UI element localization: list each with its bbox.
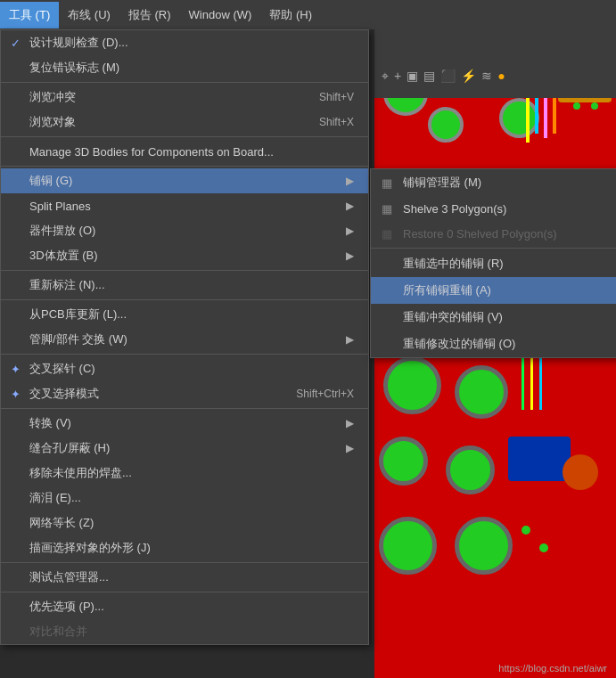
submenu-restore-polygon-label: Restore 0 Shelved Polygon(s) [403, 227, 557, 241]
separator-3 [1, 166, 368, 167]
toolbar-icon-1[interactable]: ⌖ [382, 69, 389, 84]
menu-item-draw-outline-label: 描画选择对象的外形 (J) [29, 540, 151, 556]
toolbar-icon-5[interactable]: ⬛ [440, 69, 456, 83]
toolbar-icon-3[interactable]: ▣ [407, 69, 418, 83]
copper-arrow-icon: ▶ [346, 175, 354, 187]
menu-item-convert[interactable]: 转换 (V) ▶ [1, 411, 368, 436]
menu-item-remark[interactable]: 重新标注 (N)... [1, 273, 368, 298]
menu-item-remark-label: 重新标注 (N)... [29, 277, 105, 293]
submenu-separator-1 [371, 248, 616, 249]
menu-item-teardrop-label: 滴泪 (E)... [29, 490, 81, 506]
submenu-item-restore-polygon: ▦ Restore 0 Shelved Polygon(s) [371, 221, 616, 246]
cross-select-icon: ✦ [6, 385, 24, 403]
menu-item-split-planes-label: Split Planes [29, 200, 91, 213]
menu-item-pin-swap[interactable]: 管脚/部件 交换 (W) ▶ [1, 327, 368, 352]
submenu-item-repour-modified[interactable]: 重铺修改过的铺铜 (O) [371, 331, 616, 357]
pin-swap-arrow-icon: ▶ [346, 333, 354, 346]
menu-item-browse-conflict-label: 浏览冲突 [29, 89, 76, 105]
url-label: https://blog.csdn.net/aiwr [498, 663, 607, 674]
submenu-item-repour-conflict[interactable]: 重铺冲突的铺铜 (V) [371, 304, 616, 331]
menu-item-slot-shield[interactable]: 缝合孔/屏蔽 (H) ▶ [1, 436, 368, 461]
menu-item-reset-error[interactable]: 复位错误标志 (M) [1, 55, 368, 80]
restore-polygon-icon: ▦ [376, 223, 398, 244]
submenu-copper-manager-label: 铺铜管理器 (M) [403, 175, 481, 191]
browse-conflict-shortcut: Shift+V [319, 91, 354, 103]
convert-arrow-icon: ▶ [346, 417, 354, 429]
submenu-repour-conflict-label: 重铺冲突的铺铜 (V) [403, 309, 503, 325]
separator-5 [1, 299, 368, 300]
menu-item-copper[interactable]: 铺铜 (G) ▶ ▦ 铺铜管理器 (M) ▦ Shelve 3 Polygon(… [1, 168, 368, 193]
toolbar-icon-2[interactable]: + [394, 69, 401, 83]
submenu-shelve-polygon-label: Shelve 3 Polygon(s) [403, 202, 506, 216]
menu-item-net-length[interactable]: 网络等长 (Z) [1, 511, 368, 535]
browse-object-shortcut: Shift+X [319, 116, 354, 128]
menu-report[interactable]: 报告 (R) [119, 2, 180, 29]
3d-body-arrow-icon: ▶ [346, 249, 354, 262]
menu-item-cross-probe[interactable]: ✦ 交叉探针 (C) [1, 356, 368, 381]
toolbar-icon-4[interactable]: ▤ [423, 69, 435, 83]
menu-item-component-place-label: 器件摆放 (O) [29, 223, 95, 239]
menu-item-pin-swap-label: 管脚/部件 交换 (W) [29, 331, 127, 347]
menu-item-3d-body-label: 3D体放置 (B) [29, 248, 98, 264]
toolbar-icon-8[interactable]: ● [497, 69, 505, 83]
menu-item-cross-probe-label: 交叉探针 (C) [29, 361, 95, 377]
separator-7 [1, 408, 368, 409]
submenu-repour-selected-label: 重铺选中的铺铜 (R) [403, 256, 504, 272]
submenu-item-copper-manager[interactable]: ▦ 铺铜管理器 (M) [371, 169, 616, 196]
menu-item-browse-conflict[interactable]: 浏览冲突 Shift+V [1, 85, 368, 110]
menu-item-update-pcb[interactable]: 从PCB库更新 (L)... [1, 302, 368, 327]
submenu-item-shelve-polygon[interactable]: ▦ Shelve 3 Polygon(s) [371, 196, 616, 221]
separator-4 [1, 270, 368, 271]
menu-help[interactable]: 帮助 (H) [260, 2, 321, 29]
menu-item-browse-object[interactable]: 浏览对象 Shift+X [1, 110, 368, 135]
menu-item-component-place[interactable]: 器件摆放 (O) ▶ [1, 218, 368, 243]
menu-item-convert-label: 转换 (V) [29, 415, 71, 431]
separator-8 [1, 562, 368, 563]
shelve-polygon-icon: ▦ [376, 198, 398, 219]
menu-item-manage-3d[interactable]: Manage 3D Bodies for Components on Board… [1, 139, 368, 164]
toolbar-icon-6[interactable]: ⚡ [461, 69, 476, 83]
tools-dropdown-menu: ✓ 设计规则检查 (D)... 复位错误标志 (M) 浏览冲突 Shift+V … [0, 29, 369, 645]
design-rule-icon: ✓ [6, 34, 24, 52]
menu-item-draw-outline[interactable]: 描画选择对象的外形 (J) [1, 535, 368, 560]
menubar: 工具 (T) 布线 (U) 报告 (R) Window (W) 帮助 (H) [0, 0, 374, 29]
menu-item-cross-select[interactable]: ✦ 交叉选择模式 Shift+Ctrl+X [1, 381, 368, 406]
menu-item-net-length-label: 网络等长 (Z) [29, 515, 94, 531]
toolbar-icon-7[interactable]: ≋ [481, 69, 492, 83]
menu-item-3d-body[interactable]: 3D体放置 (B) ▶ [1, 243, 368, 268]
menu-item-design-rule[interactable]: ✓ 设计规则检查 (D)... [1, 30, 368, 55]
menu-tools[interactable]: 工具 (T) [0, 2, 59, 29]
copper-manager-icon: ▦ [376, 172, 398, 193]
submenu-item-repour-selected[interactable]: 重铺选中的铺铜 (R) [371, 250, 616, 277]
menu-item-browse-object-label: 浏览对象 [29, 114, 76, 130]
copper-submenu: ▦ 铺铜管理器 (M) ▦ Shelve 3 Polygon(s) ▦ Rest… [370, 168, 616, 358]
component-place-arrow-icon: ▶ [346, 225, 354, 237]
menu-item-cross-select-label: 交叉选择模式 [29, 386, 99, 402]
cross-select-shortcut: Shift+Ctrl+X [296, 388, 354, 400]
submenu-repour-all-label: 所有铺铜重铺 (A) [403, 282, 491, 298]
menu-item-preferences[interactable]: 优先选项 (P)... [1, 594, 368, 619]
separator-2 [1, 136, 368, 137]
menu-item-teardrop[interactable]: 滴泪 (E)... [1, 486, 368, 511]
menu-item-manage-3d-label: Manage 3D Bodies for Components on Board… [29, 145, 274, 159]
submenu-item-repour-all[interactable]: 所有铺铜重铺 (A) [371, 277, 616, 304]
menu-item-reset-error-label: 复位错误标志 (M) [29, 60, 119, 76]
menu-item-compare: 对比和合并 [1, 619, 368, 644]
menu-route[interactable]: 布线 (U) [59, 2, 119, 29]
split-planes-arrow-icon: ▶ [346, 200, 354, 212]
separator-6 [1, 354, 368, 355]
separator-9 [1, 592, 368, 592]
menu-item-remove-pads-label: 移除未使用的焊盘... [29, 465, 132, 481]
menu-item-test-manager[interactable]: 测试点管理器... [1, 565, 368, 590]
menu-item-preferences-label: 优先选项 (P)... [29, 599, 104, 615]
menu-item-remove-pads[interactable]: 移除未使用的焊盘... [1, 461, 368, 486]
menu-item-update-pcb-label: 从PCB库更新 (L)... [29, 306, 127, 323]
cross-probe-icon: ✦ [6, 360, 24, 378]
separator-1 [1, 82, 368, 83]
menu-item-slot-shield-label: 缝合孔/屏蔽 (H) [29, 440, 110, 456]
menu-window[interactable]: Window (W) [180, 3, 261, 27]
menu-item-copper-label: 铺铜 (G) [29, 173, 72, 189]
menu-item-compare-label: 对比和合并 [29, 624, 87, 640]
menu-item-split-planes[interactable]: Split Planes ▶ [1, 193, 368, 218]
menu-item-design-rule-label: 设计规则检查 (D)... [29, 35, 128, 51]
